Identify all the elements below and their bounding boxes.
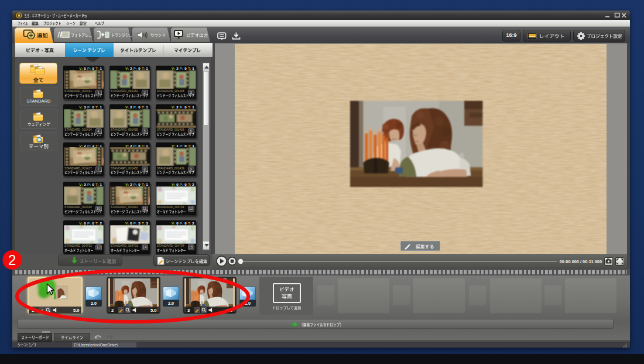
svg-text:2: 2 — [8, 252, 16, 268]
